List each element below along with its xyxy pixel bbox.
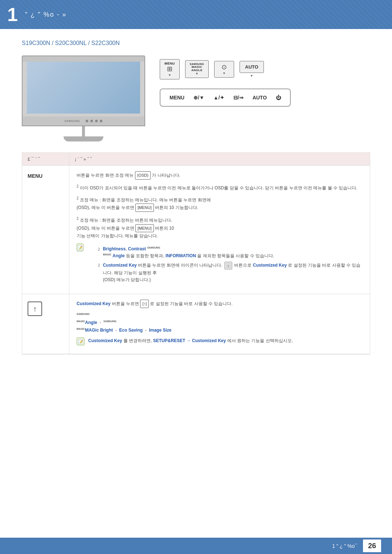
ctrl-power[interactable]: ⏻: [276, 95, 281, 100]
eco-saving-text: Eco Saving: [119, 328, 143, 333]
info-table: £ ¯ ¨ ˆ ¡ ¨ ˆ » ˆ ˆ MENU 버튼을 누르면 화면 조정 메…: [22, 152, 370, 354]
samsung-angle-button[interactable]: SAMSUNG MAGIC ANGLE ▼: [185, 60, 209, 78]
table-header-col2: ¡ ¨ ˆ » ˆ ˆ: [69, 153, 370, 165]
customized-key-text-2: Customized Key: [253, 263, 287, 268]
osd-buttons-row: MENU ⊞ ▼ SAMSUNG MAGIC ANGLE ▼: [160, 59, 291, 79]
customized-key-main: Customized Key: [77, 301, 110, 306]
menu-main-text: 버튼을 누르면 화면 조정 메뉴 (OSD) 가 나타납니다.: [77, 171, 180, 180]
chapter-number: 1: [7, 5, 18, 24]
note-content-1: 2 Brightness, Contrast SAMSUNGMAGIC Angl…: [87, 243, 363, 286]
ctrl-minus-arrow[interactable]: ⊟/⇒: [233, 95, 244, 100]
menu-button-unit: MENU ⊞ ▼: [160, 59, 180, 79]
ctrl-up-bright[interactable]: ▲/✦: [213, 95, 224, 100]
angle-arrow: ▼: [195, 72, 199, 75]
ctrl-auto-bottom[interactable]: AUTO: [253, 95, 267, 100]
note-text-2: Customized Key 버튼을 누르면 화면에 아이콘이 나타납니다. ↑…: [103, 262, 363, 283]
monitor-bezel-bottom: SAMSUNG: [23, 116, 144, 126]
note-sub2: 2 Customized Key 버튼을 누르면 화면에 아이콘이 나타납니다.…: [98, 262, 363, 283]
monitor-section: SAMSUNG MENU ⊞ ▼: [22, 56, 370, 141]
sub3-osd: (OSD), 메뉴 이 버튼을 누르면 [MENU] 버튼의 10: [77, 224, 174, 233]
table-row-menu: MENU 버튼을 누르면 화면 조정 메뉴 (OSD) 가 나타납니다. 2 이…: [22, 166, 370, 294]
up-arrow-main-text: Customized Key 버튼을 누르면 [↑] 로 설정된 기능을 바로 …: [77, 300, 233, 308]
note-text-3: Customized Key 를 변경하려면, SETUP&RESET → Cu…: [88, 337, 293, 344]
menu-row-content: 버튼을 누르면 화면 조정 메뉴 (OSD) 가 나타납니다. 2 이미 OSD…: [69, 166, 370, 294]
note-sub1: 2 Brightness, Contrast SAMSUNGMAGIC Angl…: [98, 246, 363, 259]
contrast-text: Contrast: [128, 246, 146, 251]
note-bullet-1: 2: [98, 246, 100, 253]
customized-key-text: Customized Key: [103, 263, 136, 268]
sub1-num: 2: [77, 184, 79, 188]
menu-arrow: ▼: [168, 73, 171, 77]
ctrl-menu-text: MENU: [170, 95, 184, 100]
menu-bracket-2: [MENU]: [135, 204, 154, 212]
sub1-text: 이미 OSD가 표시되어 있을 때 버튼을 누르면 이전 메뉴로 돌아가거나 O…: [80, 184, 358, 192]
note-icon-1: 📝: [77, 243, 83, 251]
customized-key-note: Customized Key: [88, 338, 122, 343]
auto-button[interactable]: AUTO: [240, 61, 264, 73]
note-bullet-2: 2: [98, 262, 100, 268]
sub3-cont: 기능 선택이 가능합니다. 메뉴를 닫습니다.: [77, 232, 158, 239]
sun-icon: ⊙: [221, 63, 227, 71]
arrow-icon-up: ↑: [224, 262, 232, 270]
ctrl-minus-arrow-text: ⊟/⇒: [233, 95, 244, 100]
menu-row-label: MENU: [22, 166, 69, 294]
monitor-screen: [27, 62, 140, 114]
ctrl-plus-down[interactable]: ⊕/▼: [193, 95, 204, 100]
note-block-2: 📝 Customized Key 를 변경하려면, SETUP&RESET → …: [77, 337, 363, 345]
ctrl-up-bright-icon: ▲/✦: [213, 95, 224, 100]
power-icon: ⏻: [276, 95, 281, 100]
sub3-num: 2: [77, 217, 79, 221]
footer-bar: 1 " ¿ " %o¯ 26: [0, 538, 392, 554]
header-subtitle: " ¿ " %o - »: [25, 11, 67, 19]
auto-arrow: ▼: [250, 74, 253, 78]
magic-label: MAGIC: [192, 65, 202, 69]
menu-icon: ⊞: [167, 65, 172, 73]
menu-main-para: 버튼을 누르면 화면 조정 메뉴 (OSD) 가 나타납니다.: [77, 171, 363, 180]
brightness-text: Brightness: [103, 246, 126, 251]
menu-label-top: MENU: [164, 62, 175, 65]
up-bracket: [↑]: [140, 300, 149, 308]
ctrl-plus-down-text: ⊕/▼: [193, 95, 204, 100]
up-arrow-content: Customized Key 버튼을 누르면 [↑] 로 설정된 기능을 바로 …: [69, 294, 370, 354]
magic-line-block: SAMSUNGMAGICAngle - SAMSUNGMAGICMAGic Br…: [77, 312, 363, 334]
sub2-osd: (OSD), 메뉴 이 버튼을 누르면 [MENU] 버튼의 10 기능합니다.: [77, 204, 198, 212]
ctrl-menu: MENU: [170, 95, 184, 100]
up-arrow-symbol: ↑: [33, 305, 37, 313]
image-size-text: Image Size: [149, 328, 171, 333]
auto-label: AUTO: [245, 64, 258, 70]
sub3-text: 조정 메뉴 : 화면을 조정하는 버튼의 메뉴입니다.: [80, 217, 172, 224]
up-arrow-label-cell: ↑: [22, 294, 69, 354]
brightness-button[interactable]: ⊙ ▼: [214, 61, 234, 78]
brightness-unit: ⊙ ▼: [214, 61, 234, 78]
samsung-logo-text: SAMSUNG: [65, 120, 80, 122]
menu-osd-button[interactable]: MENU ⊞ ▼: [160, 59, 180, 79]
table-row-up-arrow: ↑ Customized Key 버튼을 누르면 [↑] 로 설정된 기능을 바…: [22, 294, 370, 354]
monitor-body: SAMSUNG: [22, 56, 145, 126]
osd-bracket-label: (OSD): [135, 171, 151, 180]
information-text: INFORMATION: [166, 253, 196, 258]
angle-label: ANGLE: [191, 69, 203, 72]
auto-unit: AUTO ▼: [240, 61, 264, 78]
setup-reset-text: SETUP&RESET → Customized Key: [153, 338, 226, 343]
table-header-col1: £ ¯ ¨ ˆ: [22, 153, 69, 165]
table-header: £ ¯ ¨ ˆ ¡ ¨ ˆ » ˆ ˆ: [22, 153, 370, 166]
menu-label-text: MENU: [28, 173, 42, 179]
note-icon-2: 📝: [77, 337, 85, 345]
osd-panel-area: MENU ⊞ ▼ SAMSUNG MAGIC ANGLE ▼: [160, 59, 291, 107]
ctrl-auto-text: AUTO: [253, 95, 267, 100]
bezel-dot-1: [86, 120, 88, 122]
sub2-text: 조정 메뉴 : 화면을 조정하는 메뉴입니다. 메뉴 버튼을 누르면 화면에: [80, 196, 211, 204]
footer-page-number: 26: [363, 539, 381, 552]
page-bottom-padding: [22, 354, 370, 376]
monitor-illustration: SAMSUNG: [22, 56, 145, 141]
header-bar: 1 " ¿ " %o - »: [0, 0, 392, 29]
bright-magic-text: MAGic Bright: [85, 328, 113, 333]
menu-sub2: 2 조정 메뉴 : 화면을 조정하는 메뉴입니다. 메뉴 버튼을 누르면 화면에…: [77, 195, 363, 212]
model-numbers: S19C300N / S20C300NL / S22C300N: [22, 40, 370, 46]
samsung-angle-unit: SAMSUNG MAGIC ANGLE ▼: [185, 60, 209, 78]
note-text-1: Brightness, Contrast SAMSUNGMAGIC Angle …: [103, 246, 274, 259]
up-arrow-main-para: Customized Key 버튼을 누르면 [↑] 로 설정된 기능을 바로 …: [77, 300, 363, 308]
footer-text-left: 1 " ¿ " %o¯: [332, 543, 358, 549]
menu-bracket-3: [MENU]: [135, 224, 154, 233]
sub2-num: 2: [77, 196, 79, 200]
